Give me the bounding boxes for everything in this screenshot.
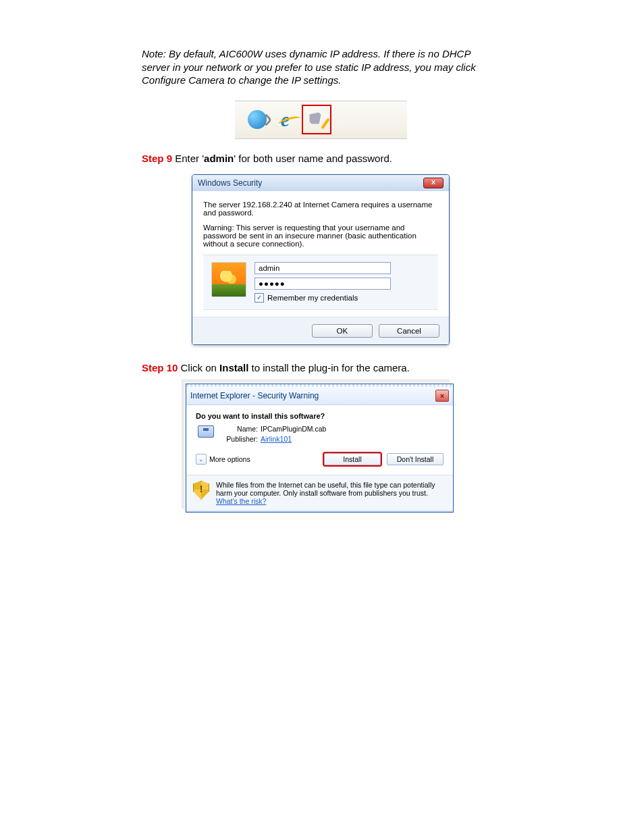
footer-warning-text: While files from the Internet can be use…: [216, 481, 446, 505]
note-text: Note: By default, AIC600W uses dynamic I…: [142, 47, 500, 87]
install-button[interactable]: Install: [324, 453, 381, 465]
disk-icon: [198, 425, 214, 438]
step-9-label: Step 9: [142, 153, 172, 164]
cancel-button[interactable]: Cancel: [379, 324, 439, 338]
more-options-toggle[interactable]: ⌄: [196, 454, 207, 465]
more-options-label[interactable]: More options: [209, 455, 250, 463]
step-9-text: Step 9 Enter 'admin' for both user name …: [142, 153, 500, 164]
user-avatar-icon: [211, 262, 246, 297]
install-question: Do you want to install this software?: [196, 412, 444, 420]
credentials-panel: admin ●●●●● ✓ Remember my credentials: [203, 255, 438, 310]
tools-icon-highlighted: [302, 105, 331, 134]
step-10-label: Step 10: [142, 362, 178, 373]
ie-security-warning-dialog: Internet Explorer - Security Warning × D…: [186, 384, 454, 513]
dont-install-button[interactable]: Don't Install: [387, 453, 444, 465]
windows-security-dialog: Windows Security X The server 192.168.2.…: [192, 174, 450, 345]
dialog-title: Windows Security: [198, 178, 262, 188]
step-10-text: Step 10 Click on Install to install the …: [142, 362, 500, 373]
publisher-link[interactable]: Airlink101: [261, 435, 292, 443]
ok-button[interactable]: OK: [312, 324, 373, 338]
ie-icon: e: [273, 107, 298, 132]
ie-dialog-title: Internet Explorer - Security Warning: [190, 391, 319, 400]
password-input[interactable]: ●●●●●: [254, 278, 391, 290]
toolbar-screenshot: e: [235, 101, 407, 139]
remember-checkbox[interactable]: ✓: [254, 293, 264, 303]
whats-the-risk-link[interactable]: What's the risk?: [216, 497, 266, 505]
close-icon[interactable]: ×: [435, 390, 449, 402]
warning-message: Warning: This server is requesting that …: [203, 224, 438, 248]
globe-search-icon: [245, 107, 269, 132]
remember-label: Remember my credentials: [267, 294, 358, 302]
shield-warning-icon: [193, 481, 209, 500]
username-input[interactable]: admin: [254, 262, 391, 274]
file-name: IPCamPluginDM.cab: [261, 425, 326, 433]
close-icon[interactable]: X: [423, 178, 444, 188]
server-message: The server 192.168.2.240 at Internet Cam…: [203, 201, 438, 217]
